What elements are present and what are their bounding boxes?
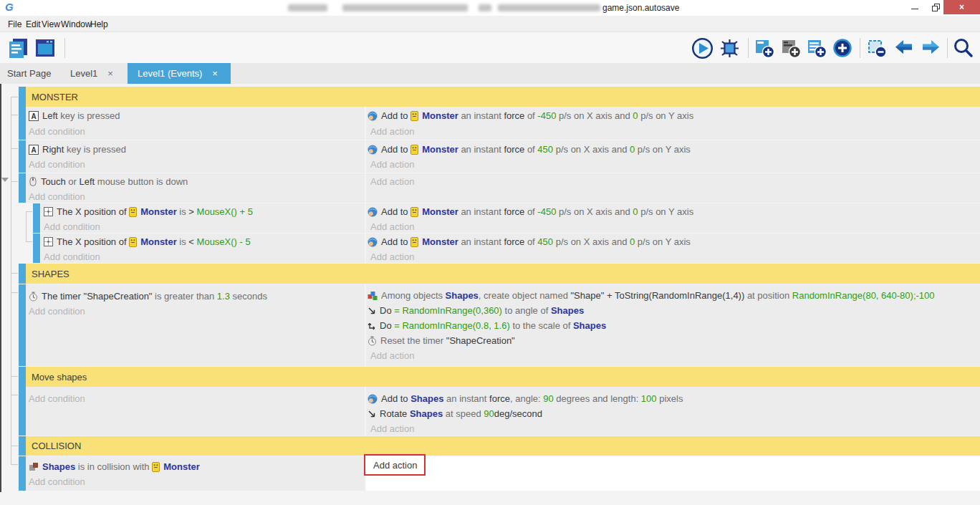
event-row: Add condition Add to Shapes an instant f… <box>0 387 980 436</box>
text-segment: The X position of <box>57 206 129 217</box>
add-condition-button[interactable]: Add condition <box>44 249 100 264</box>
add-action-button[interactable]: Add action <box>370 124 414 139</box>
tab-close-icon[interactable]: × <box>107 68 113 79</box>
add-action-button[interactable]: Add action <box>373 460 417 471</box>
open-scene-editor-button[interactable] <box>33 36 57 60</box>
text-segment: p/s on X axis and <box>553 144 630 155</box>
event-action[interactable]: Add to Monster an instant force of 450 p… <box>368 234 691 249</box>
event-action[interactable]: Add to Monster an instant force of 450 p… <box>368 142 691 157</box>
menu-file[interactable]: File <box>6 18 24 31</box>
group-header[interactable]: MONSTER <box>26 87 980 107</box>
tab-bar: Start Page Level1 × Level1 (Events) × <box>0 63 980 84</box>
text-segment: p/s on X axis and <box>556 206 633 217</box>
add-action-button[interactable]: Add action <box>370 348 414 363</box>
sub-event-row: The X position of Monster is < MouseX() … <box>0 234 980 263</box>
create-object-icon <box>368 291 378 301</box>
open-events-sheet-button[interactable] <box>6 36 30 60</box>
delete-event-button[interactable] <box>865 36 889 60</box>
add-event-button[interactable] <box>752 36 777 60</box>
close-icon: × <box>959 2 964 12</box>
group-label: MONSTER <box>26 92 78 102</box>
text-segment: Shapes <box>410 408 443 419</box>
event-condition[interactable]: The X position of Monster is > MouseX() … <box>44 204 253 219</box>
text-segment: p/s on X axis and <box>556 110 633 121</box>
debug-icon <box>718 37 741 60</box>
text-segment: p/s on Y axis <box>635 144 691 155</box>
event-action[interactable]: Among objects Shapes, create object name… <box>368 288 935 303</box>
add-condition-button[interactable]: Add condition <box>29 391 85 406</box>
event-action[interactable]: Reset the timer "ShapeCreation" <box>368 333 515 348</box>
undo-button[interactable] <box>892 36 916 60</box>
event-condition[interactable]: ARight key is pressed <box>29 142 126 157</box>
menu-help[interactable]: Help <box>88 18 110 31</box>
text-segment: Shapes <box>42 461 75 472</box>
monster-object-icon <box>152 462 160 472</box>
event-drag-bar <box>19 264 26 284</box>
add-action-button[interactable]: Add action <box>370 249 414 264</box>
event-drag-bar <box>33 203 40 233</box>
tab-close-icon[interactable]: × <box>212 68 218 79</box>
event-drag-bar <box>19 173 26 203</box>
text-segment: Right <box>42 144 64 155</box>
text-segment: Add to <box>381 110 410 121</box>
add-action-button[interactable]: Add action <box>370 157 414 172</box>
monster-object-icon <box>410 145 418 155</box>
text-segment: an instant <box>458 206 504 217</box>
event-action[interactable]: Add to Monster an instant force of -450 … <box>368 204 693 219</box>
close-button[interactable]: × <box>943 0 980 14</box>
group-header[interactable]: COLLISION <box>26 436 980 456</box>
force-icon <box>368 111 378 121</box>
group-header[interactable]: Move shapes <box>26 367 980 387</box>
text-segment: Add to <box>381 144 410 155</box>
add-comment-button[interactable] <box>804 36 829 60</box>
text-segment: RandomInRange(80, 640-80);-100 <box>792 290 935 301</box>
add-new-event-button[interactable] <box>830 36 855 60</box>
debug-button[interactable] <box>717 36 741 60</box>
event-condition[interactable]: The X position of Monster is < MouseX() … <box>44 234 251 249</box>
event-condition[interactable]: The timer "ShapeCreation" is greater tha… <box>29 289 267 304</box>
event-row: The timer "ShapeCreation" is greater tha… <box>0 284 980 366</box>
group-header[interactable]: SHAPES <box>26 264 980 284</box>
restore-button[interactable] <box>926 0 946 14</box>
text-segment: at speed <box>443 408 484 419</box>
tab-level1-events[interactable]: Level1 (Events) × <box>128 63 231 84</box>
add-action-button[interactable]: Add action <box>370 421 414 436</box>
redo-icon <box>919 37 942 59</box>
add-condition-button[interactable]: Add condition <box>29 124 85 139</box>
add-condition-button[interactable]: Add condition <box>29 189 85 204</box>
text-segment: = RandomInRange(0.8, 1.6) <box>394 320 510 331</box>
redo-button[interactable] <box>918 36 943 60</box>
add-action-button[interactable]: Add action <box>370 219 414 234</box>
add-subevent-button[interactable] <box>779 36 803 60</box>
text-segment: an instant <box>458 110 504 121</box>
scene-editor-icon <box>33 36 57 60</box>
tab-level1[interactable]: Level1 × <box>70 63 113 84</box>
add-action-button[interactable]: Add action <box>370 174 414 189</box>
event-condition[interactable]: Touch or Left mouse button is down <box>29 174 188 189</box>
add-condition-button[interactable]: Add condition <box>29 304 85 319</box>
text-segment: key is pressed <box>58 110 120 121</box>
add-condition-button[interactable]: Add condition <box>44 219 100 234</box>
event-action[interactable]: Rotate Shapes at speed 90deg/second <box>368 406 542 421</box>
event-action[interactable]: Add to Shapes an instant force, angle: 9… <box>368 391 683 406</box>
title-bar: G game.json.autosave × <box>0 0 980 16</box>
rotate-angle-icon <box>368 307 376 315</box>
text-segment: p/s on Y axis <box>635 236 691 247</box>
event-action[interactable]: Do = RandomInRange(0.8, 1.6) to the scal… <box>368 318 606 333</box>
event-action[interactable]: Do = RandomInRange(0,360) to angle of Sh… <box>368 303 584 318</box>
event-action[interactable]: Add to Monster an instant force of -450 … <box>368 108 693 123</box>
search-button[interactable] <box>951 36 976 60</box>
minimize-button[interactable] <box>904 0 926 14</box>
tab-start-page[interactable]: Start Page <box>7 63 51 84</box>
text-segment: Shapes <box>551 305 584 316</box>
event-condition[interactable]: ALeft key is pressed <box>29 108 120 123</box>
text-segment: degrees and length: <box>554 393 641 404</box>
text-segment: force <box>504 236 524 247</box>
event-condition[interactable]: Shapes is in collision with Monster <box>29 459 200 474</box>
add-condition-button[interactable]: Add condition <box>29 157 85 172</box>
add-condition-button[interactable]: Add condition <box>29 474 85 489</box>
text-segment: Add to <box>381 393 410 404</box>
events-sheet-icon <box>6 36 30 60</box>
play-button[interactable] <box>690 36 714 60</box>
text-segment: seconds <box>230 291 267 302</box>
